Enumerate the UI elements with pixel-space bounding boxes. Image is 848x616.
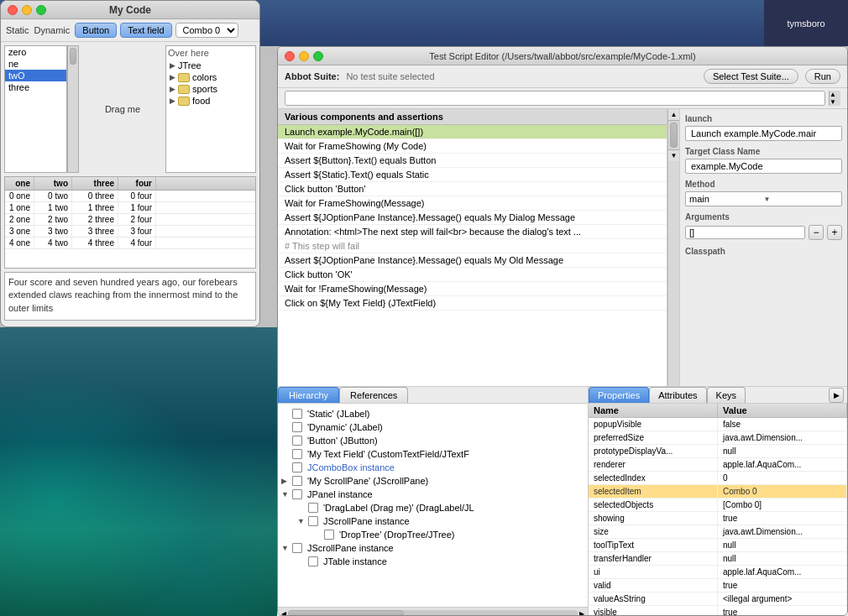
maximize-button[interactable] — [36, 5, 46, 15]
tree-item-sports[interactable]: ▶ sports — [168, 83, 254, 95]
hierarchy-item[interactable]: ▼JScrollPane instance — [281, 514, 584, 528]
props-row[interactable]: preferredSizejava.awt.Dimension... — [589, 431, 847, 445]
arguments-input[interactable] — [685, 226, 805, 239]
scroll-up-btn[interactable]: ▲ — [668, 109, 679, 121]
tab-attributes[interactable]: Attributes — [649, 387, 706, 403]
script-panel[interactable]: Various components and assertions Launch… — [278, 109, 667, 386]
hierarchy-checkbox[interactable] — [292, 462, 302, 472]
tab-keys[interactable]: Keys — [707, 387, 746, 403]
props-row[interactable]: selectedObjects[Combo 0] — [589, 499, 847, 512]
hscroll-left-icon[interactable]: ◀ — [280, 610, 288, 617]
scroll-up-icon[interactable]: ▲ — [830, 91, 840, 98]
hierarchy-checkbox[interactable] — [292, 449, 302, 459]
editor-close-button[interactable] — [285, 51, 295, 61]
hierarchy-checkbox[interactable] — [292, 422, 302, 432]
props-row[interactable]: sizejava.awt.Dimension... — [589, 525, 847, 539]
hierarchy-checkbox[interactable] — [308, 503, 318, 513]
hierarchy-checkbox[interactable] — [292, 476, 302, 486]
close-button[interactable] — [8, 5, 18, 15]
tree-item-colors[interactable]: ▶ colors — [168, 71, 254, 83]
table-row[interactable]: 3 one3 two3 three3 four — [5, 226, 255, 238]
hierarchy-item[interactable]: 'DragLabel (Drag me)' (DragLabel/JL — [281, 501, 584, 514]
hierarchy-checkbox[interactable] — [292, 489, 302, 499]
script-line[interactable]: Wait for !FrameShowing(Message) — [278, 282, 667, 296]
script-line[interactable]: Assert ${JOptionPane Instance}.Message()… — [278, 253, 667, 268]
button-btn[interactable]: Button — [75, 23, 117, 38]
hierarchy-item[interactable]: ▼JScrollPane instance — [281, 541, 584, 555]
list-item[interactable]: zero — [5, 46, 66, 58]
args-minus-button[interactable]: − — [809, 225, 824, 240]
table-row[interactable]: 2 one2 two2 three2 four — [5, 214, 255, 226]
combo-select[interactable]: Combo 0 — [175, 23, 238, 38]
props-row[interactable]: validtrue — [589, 579, 847, 593]
hierarchy-hscrollbar[interactable]: ◀ ▶ — [278, 607, 588, 616]
props-row[interactable]: selectedItemCombo 0 — [589, 485, 847, 499]
tree-item-food[interactable]: ▶ food — [168, 95, 254, 107]
list-item-selected[interactable]: twO — [5, 70, 66, 81]
script-line[interactable]: Wait for FrameShowing(Message) — [278, 196, 667, 211]
editor-minimize-button[interactable] — [299, 51, 309, 61]
hierarchy-content[interactable]: 'Static' (JLabel)'Dynamic' (JLabel)'Butt… — [278, 404, 588, 607]
props-row[interactable]: uiapple.laf.AquaCom... — [589, 566, 847, 579]
run-button[interactable]: Run — [805, 69, 840, 84]
script-line[interactable]: # This step will fail — [278, 239, 667, 253]
hierarchy-checkbox[interactable] — [292, 436, 302, 446]
hierarchy-checkbox[interactable] — [292, 409, 302, 419]
hierarchy-item[interactable]: 'Dynamic' (JLabel) — [281, 420, 584, 434]
hierarchy-item[interactable]: 'My Text Field' (CustomTextField/JTextF — [281, 447, 584, 461]
props-table[interactable]: popupVisiblefalsepreferredSizejava.awt.D… — [589, 418, 847, 616]
props-row[interactable]: toolTipTextnull — [589, 539, 847, 552]
list-item[interactable]: ne — [5, 58, 66, 70]
script-line[interactable]: Assert ${JOptionPane Instance}.Message()… — [278, 211, 667, 225]
scroll-down-btn[interactable]: ▼ — [668, 149, 679, 161]
script-line[interactable]: Launch example.MyCode.main([]) — [278, 125, 667, 139]
textfield-btn[interactable]: Text field — [120, 23, 171, 38]
list-box[interactable]: zero ne twO three — [4, 45, 67, 173]
editor-maximize-button[interactable] — [313, 51, 323, 61]
hierarchy-item[interactable]: 'Static' (JLabel) — [281, 407, 584, 420]
select-suite-button[interactable]: Select Test Suite... — [704, 69, 798, 84]
dropdown-arrow-icon[interactable]: ▼ — [764, 196, 839, 203]
props-row[interactable]: prototypeDisplayVa...null — [589, 445, 847, 458]
props-row[interactable]: rendererapple.laf.AquaCom... — [589, 458, 847, 472]
props-row[interactable]: valueAsString<illegal argument> — [589, 593, 847, 606]
hierarchy-item[interactable]: 'DropTree' (DropTree/JTree) — [281, 528, 584, 541]
script-scrollbar[interactable]: ▲ ▼ — [667, 109, 679, 386]
hierarchy-item[interactable]: 'Button' (JButton) — [281, 434, 584, 447]
props-row[interactable]: showingtrue — [589, 512, 847, 525]
hierarchy-checkbox[interactable] — [308, 556, 318, 566]
props-row[interactable]: selectedIndex0 — [589, 472, 847, 485]
props-row[interactable]: transferHandlernull — [589, 552, 847, 566]
script-line[interactable]: Assert ${Button}.Text() equals Button — [278, 154, 667, 168]
script-line[interactable]: Wait for FrameShowing (My Code) — [278, 139, 667, 154]
props-row[interactable]: visibletrue — [589, 606, 847, 616]
script-line[interactable]: Click button 'OK' — [278, 268, 667, 282]
script-line[interactable]: Annotation: <html>The next step will fai… — [278, 225, 667, 239]
hierarchy-checkbox[interactable] — [324, 530, 334, 540]
hierarchy-item[interactable]: JTable instance — [281, 555, 584, 568]
hierarchy-item[interactable]: JComboBox instance — [281, 461, 584, 474]
method-dropdown[interactable]: main ▼ — [685, 191, 842, 206]
search-input[interactable] — [285, 91, 825, 106]
tab-arrow-button[interactable]: ▶ — [829, 388, 844, 403]
tree-item-jtree[interactable]: ▶ JTree — [168, 60, 254, 71]
hscroll-right-icon[interactable]: ▶ — [578, 610, 586, 617]
script-line[interactable]: Click button 'Button' — [278, 182, 667, 196]
script-line[interactable]: Assert ${Static}.Text() equals Static — [278, 168, 667, 182]
tab-hierarchy[interactable]: Hierarchy — [278, 387, 339, 403]
list-scrollbar[interactable] — [67, 45, 80, 173]
list-item[interactable]: three — [5, 81, 66, 93]
table-row[interactable]: 1 one1 two1 three1 four — [5, 202, 255, 214]
tab-properties[interactable]: Properties — [589, 387, 649, 403]
props-row[interactable]: popupVisiblefalse — [589, 418, 847, 431]
search-scroll[interactable]: ▲ ▼ — [829, 91, 840, 106]
script-line[interactable]: Click on ${My Text Field} (JTextField) — [278, 296, 667, 311]
table-row[interactable]: 4 one4 two4 three4 four — [5, 238, 255, 249]
hscroll-track[interactable] — [288, 610, 578, 616]
table-row[interactable]: 0 one0 two0 three0 four — [5, 191, 255, 202]
tab-references[interactable]: References — [339, 387, 408, 403]
hierarchy-item[interactable]: ▼JPanel instance — [281, 488, 584, 501]
hierarchy-item[interactable]: ▶'My ScrollPane' (JScrollPane) — [281, 474, 584, 488]
hierarchy-checkbox[interactable] — [308, 516, 318, 526]
scroll-down-icon[interactable]: ▼ — [830, 98, 840, 106]
